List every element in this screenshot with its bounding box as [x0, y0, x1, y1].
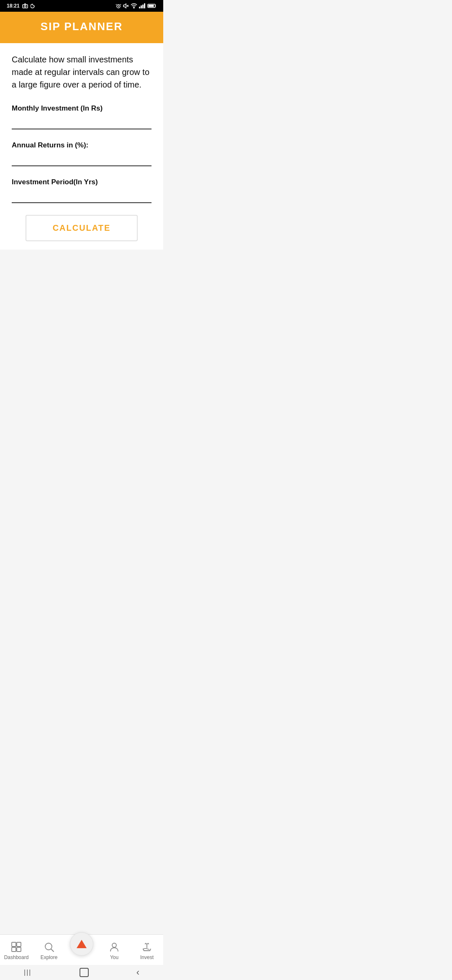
time: 18:21 — [7, 3, 20, 9]
annual-returns-input[interactable] — [12, 153, 152, 166]
page-title: SIP PLANNER — [7, 20, 157, 33]
svg-rect-11 — [149, 5, 154, 7]
sip-form: Monthly Investment (In Rs) Annual Return… — [12, 104, 152, 241]
status-bar-left: 18:21 — [7, 3, 36, 9]
photo-icon — [22, 3, 28, 8]
svg-point-1 — [24, 5, 26, 7]
description-text: Calculate how small investments made at … — [12, 53, 152, 91]
investment-period-input[interactable] — [12, 190, 152, 203]
svg-point-5 — [134, 8, 134, 8]
signal-icon — [139, 3, 146, 8]
svg-rect-7 — [141, 5, 142, 8]
investment-period-label: Investment Period(In Yrs) — [12, 178, 152, 186]
monthly-investment-label: Monthly Investment (In Rs) — [12, 104, 152, 113]
status-bar-right — [116, 3, 157, 9]
investment-period-group: Investment Period(In Yrs) — [12, 178, 152, 203]
mute-icon — [123, 3, 129, 9]
svg-rect-6 — [139, 7, 140, 8]
monthly-investment-input[interactable] — [12, 116, 152, 129]
annual-returns-group: Annual Returns in (%): — [12, 141, 152, 166]
content-spacer — [0, 250, 163, 353]
wifi-icon — [131, 3, 137, 8]
status-bar: 18:21 — [0, 0, 163, 12]
alarm-icon — [116, 3, 121, 9]
svg-rect-8 — [142, 5, 144, 8]
svg-rect-9 — [144, 3, 145, 8]
app-header: SIP PLANNER — [0, 12, 163, 43]
monthly-investment-group: Monthly Investment (In Rs) — [12, 104, 152, 129]
annual-returns-label: Annual Returns in (%): — [12, 141, 152, 150]
moon-icon — [31, 3, 36, 8]
calculate-button[interactable]: CALCULATE — [26, 215, 137, 241]
battery-icon — [147, 3, 157, 8]
main-content: Calculate how small investments made at … — [0, 43, 163, 250]
svg-rect-0 — [23, 5, 28, 8]
